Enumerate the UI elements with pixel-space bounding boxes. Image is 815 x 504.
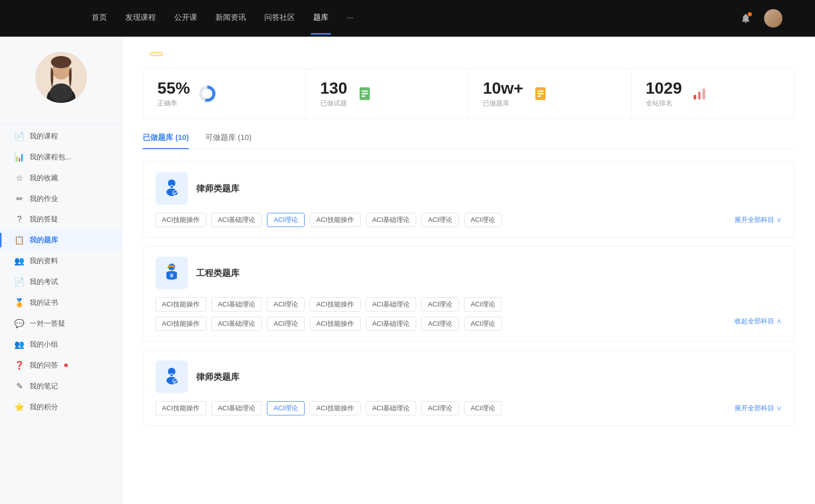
sidebar-item-我的考试[interactable]: 📄我的考试 [0,271,122,292]
svg-rect-13 [693,95,696,99]
bank-tag[interactable]: ACI理论 [267,297,305,312]
sidebar-item-我的笔记[interactable]: ✎我的笔记 [0,376,122,397]
collapse-link[interactable]: 收起全部科目 ∧ [735,317,782,331]
bank-tag[interactable]: ACI基础理论 [366,297,417,312]
sidebar-item-我的资料[interactable]: 👥我的资料 [0,250,122,271]
svg-rect-12 [537,95,541,97]
bank-tag[interactable]: ACI技能操作 [155,213,206,227]
bank-header: 律师类题库 [155,172,782,205]
bank-tag[interactable]: ACI基础理论 [211,401,262,415]
sidebar-item-我的积分[interactable]: ⭐我的积分 [0,397,122,417]
bank-extra-tag[interactable]: ACI技能操作 [310,317,361,331]
nav-link[interactable]: 发现课程 [125,13,156,24]
sidebar-item-icon: 👥 [14,340,24,349]
stat-value: 55% [157,79,190,98]
svg-point-18 [170,185,173,188]
bank-tag[interactable]: ACI基础理论 [366,213,417,227]
bank-header: 律师类题库 [155,360,782,393]
bank-card-2: 律师类题库ACI技能操作ACI基础理论ACI理论ACI技能操作ACI基础理论AC… [143,350,795,426]
bank-tag[interactable]: ACI技能操作 [310,213,361,227]
bank-tag[interactable]: ACI理论 [421,401,459,415]
notification-bell[interactable] [738,10,754,26]
nav-link[interactable]: 问答社区 [264,13,295,24]
stat-value: 1029 [646,79,682,98]
sidebar-divider-top [0,123,122,124]
bank-extra-tag[interactable]: ACI基础理论 [366,317,417,331]
bank-tags-row: ACI技能操作ACI基础理论ACI理论ACI技能操作ACI基础理论ACI理论AC… [155,401,782,415]
expand-link[interactable]: 展开全部科目 ∨ [735,215,782,225]
stat-icon [531,85,550,103]
bank-tag[interactable]: ACI理论 [464,297,502,312]
svg-rect-21 [170,265,171,267]
sidebar: 📄我的课程📊我的课程包...☆我的收藏✏我的作业?我的答疑📋我的题库👥我的资料📄… [0,37,122,504]
sidebar-item-我的作业[interactable]: ✏我的作业 [0,188,122,209]
stat-value: 10w+ [483,79,523,98]
bank-tag[interactable]: ACI理论 [267,401,305,415]
nav-link[interactable]: 新闻资讯 [215,13,246,24]
nav-link[interactable]: 题库 [313,13,329,24]
engineer-icon [160,262,183,284]
stat-label: 正确率 [157,99,190,108]
bank-card-1: 工程类题库ACI技能操作ACI基础理论ACI理论ACI技能操作ACI基础理论AC… [143,246,795,342]
bank-tag[interactable]: ACI理论 [464,213,502,227]
expand-link[interactable]: 展开全部科目 ∨ [735,404,782,413]
bank-tag[interactable]: ACI基础理论 [366,401,417,415]
stat-label: 已做试题 [320,99,347,108]
navbar: 首页发现课程公开课新闻资讯问答社区题库··· [0,0,815,37]
doc-green-icon [357,86,372,101]
sidebar-item-icon: ❓ [14,360,24,370]
sidebar-item-一对一答疑[interactable]: 💬一对一答疑 [0,313,122,334]
avatar-image [36,52,87,103]
sidebar-item-label: 我的笔记 [30,382,58,391]
bank-extra-tag[interactable]: ACI理论 [464,317,502,331]
svg-rect-11 [537,93,544,94]
sidebar-item-icon: 👥 [14,256,24,266]
sidebar-item-我的收藏[interactable]: ☆我的收藏 [0,167,122,188]
bank-card-0: 律师类题库ACI技能操作ACI基础理论ACI理论ACI技能操作ACI基础理论AC… [143,161,795,238]
stat-icon [198,85,216,103]
pie-chart [199,86,215,102]
nav-link[interactable]: 公开课 [174,13,197,24]
stat-value: 130 [320,79,347,98]
sidebar-item-我的题库[interactable]: 📋我的题库 [0,230,122,250]
sidebar-item-我的问答[interactable]: ❓我的问答 [0,355,122,376]
tab-0[interactable]: 已做题库 (10) [143,133,189,149]
bank-extra-tag[interactable]: ACI理论 [421,317,459,331]
bank-tag[interactable]: ACI理论 [421,213,459,227]
tab-1[interactable]: 可做题库 (10) [205,133,252,149]
stat-icon [356,85,374,103]
bank-extra-tag[interactable]: ACI技能操作 [155,317,206,331]
sidebar-item-我的答疑[interactable]: ?我的答疑 [0,209,122,230]
lawyer-icon [160,177,183,200]
stat-card-0: 55%正确率 [143,69,306,118]
bank-tag[interactable]: ACI技能操作 [155,297,206,312]
nav-link[interactable]: 首页 [92,13,107,24]
bar-red-icon [692,86,707,101]
sidebar-item-icon: ☆ [14,173,24,183]
sidebar-item-我的小组[interactable]: 👥我的小组 [0,334,122,355]
sidebar-item-我的课程[interactable]: 📄我的课程 [0,126,122,147]
bank-tag[interactable]: ACI基础理论 [211,297,262,312]
tabs-row: 已做题库 (10)可做题库 (10) [143,133,795,149]
bank-extra-tag[interactable]: ACI理论 [267,317,305,331]
sidebar-item-label: 我的积分 [30,403,58,412]
nav-links: 首页发现课程公开课新闻资讯问答社区题库··· [92,13,727,24]
bank-extra-tag[interactable]: ACI基础理论 [211,317,262,331]
sidebar-item-我的证书[interactable]: 🏅我的证书 [0,292,122,313]
svg-rect-7 [362,93,368,94]
sidebar-item-icon: 📊 [14,152,24,162]
svg-rect-23 [170,273,173,277]
bank-tag[interactable]: ACI技能操作 [310,401,361,415]
bank-tag[interactable]: ACI理论 [267,213,305,227]
bank-tag[interactable]: ACI技能操作 [310,297,361,312]
bank-tag[interactable]: ACI理论 [421,297,459,312]
sidebar-item-label: 我的收藏 [30,174,58,183]
user-avatar[interactable] [764,9,782,27]
bank-tag[interactable]: ACI技能操作 [155,401,206,415]
bank-tag[interactable]: ACI基础理论 [211,213,262,227]
sidebar-item-我的课程包...[interactable]: 📊我的课程包... [0,147,122,167]
nav-right [727,9,795,27]
nav-link[interactable]: ··· [347,13,354,24]
bank-tag[interactable]: ACI理论 [464,401,502,415]
svg-rect-6 [362,90,368,92]
